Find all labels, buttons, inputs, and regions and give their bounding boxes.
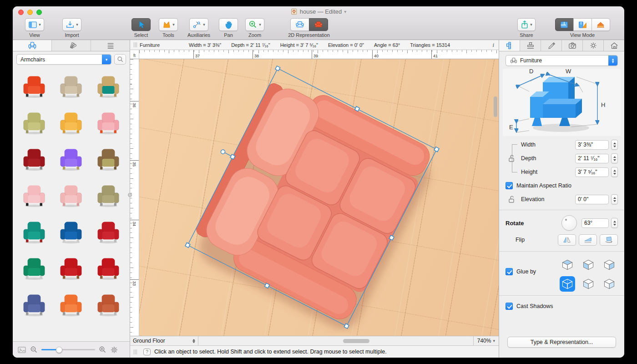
chair-red-wood-1[interactable] [53, 254, 90, 283]
glue-side-cube-icon[interactable] [581, 257, 596, 273]
floor-plan-canvas[interactable] [139, 59, 499, 336]
depth-stepper[interactable] [611, 153, 618, 163]
inspector-tab-object-properties[interactable] [499, 40, 520, 51]
chair-green-cube[interactable] [15, 254, 53, 283]
selected-sofa-object[interactable] [173, 61, 444, 334]
chair-red-swoop[interactable] [15, 72, 53, 101]
view-mode-2d-button[interactable] [555, 18, 574, 31]
maintain-aspect-ratio-checkbox[interactable] [506, 182, 513, 189]
select-button[interactable] [131, 18, 151, 31]
height-stepper[interactable] [611, 167, 618, 177]
thumbnail-zoom-slider[interactable] [41, 347, 95, 353]
glue-by-checkbox[interactable] [506, 268, 513, 275]
elevation-input[interactable] [575, 195, 609, 204]
canvas-zoom-control[interactable]: 740% ▾ [473, 336, 499, 345]
tools-button[interactable]: ▾ [159, 18, 178, 31]
gear-icon[interactable] [110, 346, 118, 354]
height-input[interactable] [575, 167, 609, 177]
chair-pink-orange[interactable] [90, 108, 127, 137]
view-mode-split-button[interactable] [573, 18, 592, 31]
chair-rust[interactable] [90, 290, 127, 319]
representation-3d-button[interactable] [309, 18, 328, 31]
object-type-select[interactable]: Furniture ▴▾ [506, 55, 618, 66]
chair-purple[interactable] [53, 145, 90, 174]
inspector-tab-light[interactable] [583, 40, 604, 51]
chevron-down-icon: ▾ [39, 22, 41, 27]
height-label: Height [521, 169, 537, 175]
zoom-out-icon[interactable] [30, 346, 38, 354]
sidebar-tab-furniture-library[interactable] [13, 40, 52, 51]
info-icon[interactable]: i [492, 41, 494, 49]
chair-dark-red[interactable] [15, 145, 53, 174]
chair-pink-round[interactable] [53, 181, 90, 210]
rotate-input[interactable] [581, 218, 609, 228]
elevation-stepper[interactable] [611, 194, 618, 204]
chair-wicker-teal[interactable] [90, 72, 127, 101]
depth-input[interactable] [575, 154, 609, 163]
auxiliaries-button[interactable]: ▾ [189, 18, 208, 31]
width-stepper[interactable] [611, 140, 618, 150]
share-button[interactable]: ▾ [517, 18, 536, 31]
zoom-window-button[interactable] [36, 10, 42, 15]
type-representation-button[interactable]: Type & Representation... [507, 337, 616, 348]
chair-navy-cube[interactable] [15, 290, 53, 319]
chair-red-chrome[interactable] [90, 217, 127, 247]
help-bubble-icon[interactable]: ? [143, 349, 151, 355]
lock-open-icon[interactable] [507, 195, 516, 204]
chair-olive-chrome[interactable] [90, 181, 127, 210]
chair-blue-tub[interactable] [53, 217, 90, 247]
glue-front-cube-icon[interactable] [602, 257, 617, 273]
chair-orange-round[interactable] [53, 290, 90, 319]
preview-image-icon[interactable] [17, 346, 26, 354]
drag-grip-icon[interactable] [134, 349, 137, 354]
view-mode-3d-button[interactable] [592, 18, 610, 31]
chair-teal-highback[interactable] [15, 217, 53, 247]
rotate-knob[interactable] [561, 215, 577, 231]
glue-bottom-side-cube-icon[interactable] [581, 276, 596, 292]
cast-shadows-checkbox[interactable] [506, 303, 513, 310]
category-select[interactable]: Armchairs ▾ [16, 54, 111, 65]
import-button[interactable]: ▾ [62, 18, 81, 31]
representation-2d-button[interactable] [290, 18, 309, 31]
chair-olive[interactable] [15, 108, 53, 137]
canvas-vertical-scrollbar[interactable] [494, 96, 497, 117]
sidebar-tab-materials-library[interactable] [52, 40, 91, 51]
zoom-in-icon[interactable] [99, 346, 106, 354]
flip-horizontal-button[interactable] [558, 234, 576, 246]
glue-floor-cube-icon[interactable] [560, 276, 575, 292]
slider-thumb[interactable] [56, 347, 62, 353]
flip-3d-button[interactable] [600, 234, 618, 246]
titlebar-toolbar: house — Edited ▾ ▾ View ▾ Import Select [13, 6, 624, 40]
canvas-horizontal-scrollbar[interactable] [343, 339, 369, 343]
glue-bottom-front-cube-icon[interactable] [602, 276, 617, 292]
close-button[interactable] [18, 10, 24, 15]
rotate-handle[interactable] [220, 149, 226, 155]
glue-top-cube-icon[interactable] [560, 257, 575, 273]
flip-vertical-button[interactable] [579, 234, 597, 246]
glue-by-row: Glue by [506, 256, 618, 292]
title-chevron-icon[interactable]: ▾ [344, 9, 346, 14]
drag-grip-icon[interactable] [134, 42, 137, 47]
inspector-tab-camera[interactable] [562, 40, 583, 51]
chair-mission-wood[interactable] [90, 145, 127, 174]
search-button[interactable] [114, 54, 126, 65]
rotate-stepper[interactable] [611, 218, 618, 228]
auxiliaries-label: Auxiliaries [184, 32, 214, 38]
zoom-button[interactable]: ▾ [245, 18, 264, 31]
width-input[interactable] [575, 140, 609, 150]
inspector-tab-building[interactable] [604, 40, 624, 51]
window-title[interactable]: house — Edited ▾ [291, 8, 347, 15]
pan-button[interactable] [219, 18, 238, 31]
chair-pink-metal[interactable] [15, 181, 53, 210]
chair-gold-tufted[interactable] [53, 108, 90, 137]
tools-toolbar-group: ▾ Tools [156, 18, 181, 38]
panel-divider-grabber[interactable] [128, 193, 132, 197]
chair-red-wood-2[interactable] [90, 254, 127, 283]
chair-beige[interactable] [53, 72, 90, 101]
sidebar-tab-project-tree[interactable] [91, 40, 130, 51]
view-button[interactable]: ▾ [25, 18, 44, 31]
inspector-tab-materials[interactable] [520, 40, 541, 51]
inspector-tab-edit[interactable] [541, 40, 562, 51]
minimize-button[interactable] [27, 10, 33, 15]
floor-selector[interactable]: Ground Floor [130, 336, 198, 345]
